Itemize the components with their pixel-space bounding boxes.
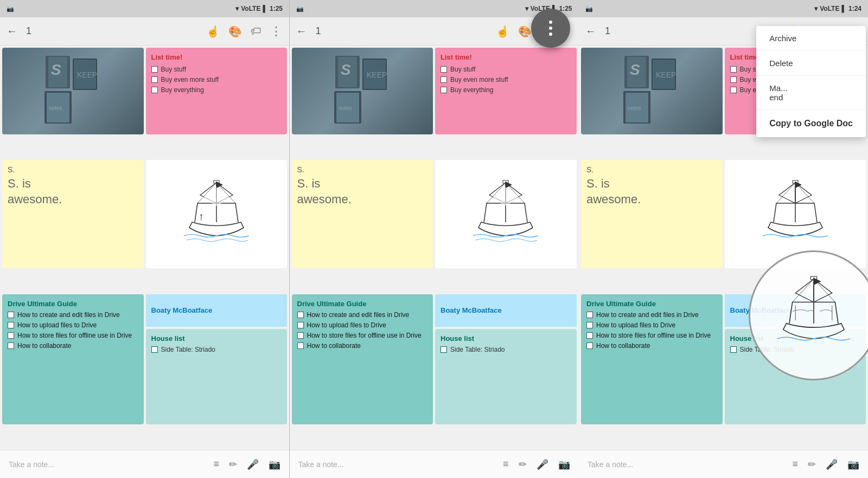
image-note-1[interactable]: S KEEP notes — [2, 48, 144, 134]
camera-icon-1[interactable]: 📷 — [269, 458, 280, 470]
blue-checkbox-1[interactable] — [8, 312, 14, 318]
blue-check-2-4[interactable]: How to collaborate — [297, 342, 428, 350]
checkbox-3-3[interactable] — [730, 87, 737, 93]
dropdown-copy-google[interactable]: Copy to Google Doc — [756, 110, 866, 137]
back-button-1[interactable]: ← — [7, 25, 17, 37]
blue-check-2-2[interactable]: How to upload files to Drive — [297, 321, 428, 329]
checkbox-3-2[interactable] — [730, 76, 737, 83]
blue-label-3-1: How to create and edit files in Drive — [596, 311, 699, 319]
checkbox-2-3[interactable] — [441, 87, 447, 93]
pink-note-1[interactable]: List time! Buy stuff Buy even more stuff… — [146, 48, 288, 134]
blue-check-1[interactable]: How to create and edit files in Drive — [8, 311, 138, 319]
mic-icon-1[interactable]: 🎤 — [247, 458, 259, 470]
house-check-2-1[interactable]: Side Table: Striado — [441, 346, 571, 353]
check-item-2-2[interactable]: Buy even more stuff — [441, 76, 571, 83]
back-button-3[interactable]: ← — [585, 25, 596, 37]
boaty-note-2[interactable]: Boaty McBoatface — [435, 294, 577, 327]
blue-checkbox-3-1[interactable] — [586, 312, 593, 318]
check-label-2-2: Buy even more stuff — [450, 76, 508, 83]
blue-checkbox-2[interactable] — [8, 322, 14, 328]
list-icon-3[interactable]: ≡ — [792, 458, 798, 470]
ship-note-3[interactable] — [725, 160, 866, 268]
checkbox-3[interactable] — [151, 87, 158, 93]
house-check-1[interactable]: Side Table: Striado — [151, 346, 282, 353]
take-note-placeholder-3[interactable]: Take a note... — [588, 460, 792, 469]
check-item-1-2[interactable]: Buy even more stuff — [151, 76, 282, 83]
image-note-2[interactable]: S KEEP notes — [292, 48, 433, 134]
blue-check-2[interactable]: How to upload files to Drive — [8, 321, 138, 329]
yellow-note-1[interactable]: S. S. isawesome. — [2, 160, 144, 268]
check-item-2-1[interactable]: Buy stuff — [441, 66, 571, 73]
blue-check-2-3[interactable]: How to store files for offline use in Dr… — [297, 332, 428, 339]
blue-checkbox-3-2[interactable] — [586, 322, 593, 328]
house-checkbox-2-1[interactable] — [441, 346, 447, 353]
blue-check-3-2[interactable]: How to upload files to Drive — [586, 321, 717, 329]
blue-checkbox-2-1[interactable] — [297, 312, 304, 318]
blue-check-2-1[interactable]: How to create and edit files in Drive — [297, 311, 428, 319]
yellow-note-body-3: S. isawesome. — [586, 176, 717, 207]
blue-checkbox-3-3[interactable] — [586, 332, 593, 339]
take-note-placeholder-1[interactable]: Take a note... — [9, 460, 213, 469]
fab-button[interactable] — [531, 9, 570, 48]
boaty-note-1[interactable]: Boaty McBoatface — [146, 294, 288, 327]
lte-label: VoLTE — [241, 5, 260, 12]
checkbox-2[interactable] — [151, 76, 158, 83]
houselist-note-2[interactable]: House list Side Table: Striado — [435, 329, 577, 424]
house-checkbox-3-1[interactable] — [730, 346, 737, 353]
blue-note-1[interactable]: Drive Ultimate Guide How to create and e… — [2, 294, 144, 424]
pink-note-title-2: List time! — [441, 53, 571, 61]
blue-note-3[interactable]: Drive Ultimate Guide How to create and e… — [581, 294, 723, 424]
blue-check-4[interactable]: How to collaborate — [8, 342, 138, 350]
checkbox-2-1[interactable] — [441, 66, 447, 73]
blue-check-3[interactable]: How to store files for offline use in Dr… — [8, 332, 138, 339]
draw-icon-2[interactable]: ✏ — [519, 458, 527, 470]
svg-line-43 — [776, 183, 795, 203]
blue-checkbox-4[interactable] — [8, 343, 14, 349]
image-note-3[interactable]: S KEEP notes — [581, 48, 723, 134]
yellow-note-2[interactable]: S. S. isawesome. — [292, 160, 433, 268]
mic-icon-2[interactable]: 🎤 — [537, 458, 548, 470]
blue-checkbox-2-4[interactable] — [297, 343, 304, 349]
check-item-1-3[interactable]: Buy everything — [151, 86, 282, 94]
blue-check-3-3[interactable]: How to store files for offline use in Dr… — [586, 332, 717, 339]
blue-check-3-4[interactable]: How to collaborate — [586, 342, 717, 350]
palette-icon-2[interactable]: 🎨 — [518, 25, 532, 38]
blue-checkbox-2-3[interactable] — [297, 332, 304, 339]
back-button-2[interactable]: ← — [296, 25, 307, 37]
mic-icon-3[interactable]: 🎤 — [826, 458, 838, 470]
list-icon-1[interactable]: ≡ — [213, 458, 219, 470]
hand-icon-2[interactable]: ☝ — [496, 25, 509, 38]
ship-note-2[interactable] — [435, 160, 577, 268]
pink-note-2[interactable]: List time! Buy stuff Buy even more stuff… — [435, 48, 577, 134]
hand-icon-1[interactable]: ☝ — [206, 25, 220, 38]
check-item-1-1[interactable]: Buy stuff — [151, 66, 282, 73]
blue-note-2[interactable]: Drive Ultimate Guide How to create and e… — [292, 294, 433, 424]
dropdown-archive[interactable]: Archive — [756, 26, 866, 51]
check-item-2-3[interactable]: Buy everything — [441, 86, 571, 94]
list-icon-2[interactable]: ≡ — [503, 458, 509, 470]
draw-icon-3[interactable]: ✏ — [808, 458, 816, 470]
dropdown-delete[interactable]: Delete — [756, 51, 866, 76]
yellow-note-3[interactable]: S. S. isawesome. — [581, 160, 723, 268]
houselist-note-1[interactable]: House list Side Table: Striado — [146, 329, 288, 424]
ship-note-1[interactable] — [146, 160, 288, 268]
checkbox-1[interactable] — [151, 66, 158, 73]
checkbox-3-1[interactable] — [730, 66, 737, 73]
dropdown-make-copy-partial[interactable]: Ma...end — [756, 76, 866, 110]
blue-checkbox-3[interactable] — [8, 332, 14, 339]
camera-icon-2[interactable]: 📷 — [558, 458, 570, 470]
palette-icon-1[interactable]: 🎨 — [228, 25, 242, 38]
label-icon-1[interactable]: 🏷 — [251, 25, 261, 37]
blue-checkbox-2-2[interactable] — [297, 322, 304, 328]
checkbox-2-2[interactable] — [441, 76, 447, 83]
camera-icon-3[interactable]: 📷 — [847, 458, 859, 470]
bottom-bar-3: Take a note... ≡ ✏ 🎤 📷 — [579, 450, 868, 478]
blue-check-3-1[interactable]: How to create and edit files in Drive — [586, 311, 717, 319]
blue-checkbox-3-4[interactable] — [586, 343, 593, 349]
yellow-note-title-3: S. — [586, 165, 717, 174]
take-note-placeholder-2[interactable]: Take a note... — [298, 460, 503, 469]
house-checkbox-1[interactable] — [151, 346, 158, 353]
more-button-1[interactable]: ⋮ — [270, 24, 283, 38]
svg-text:KEEP: KEEP — [77, 70, 97, 79]
draw-icon-1[interactable]: ✏ — [229, 458, 237, 470]
